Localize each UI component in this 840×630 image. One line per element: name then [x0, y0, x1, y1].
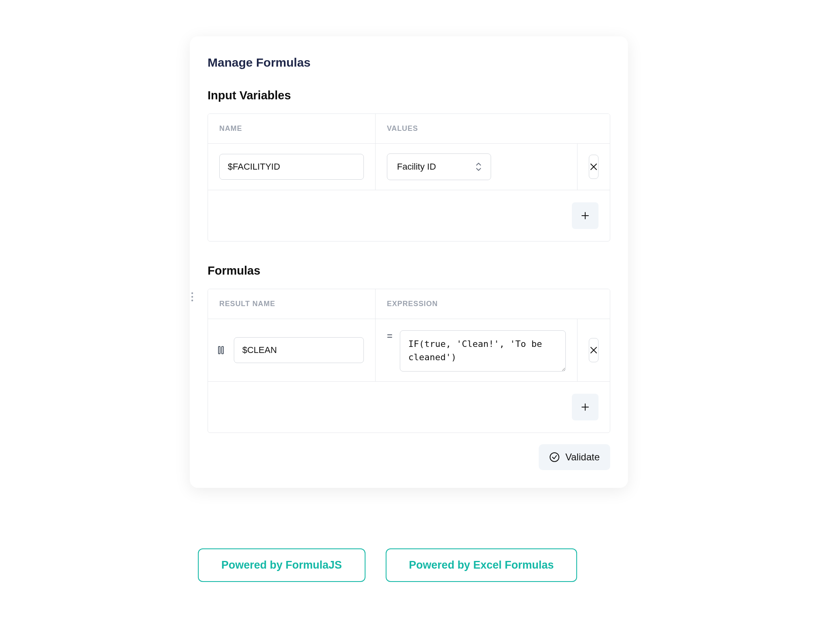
- formulas-table: RESULT NAME EXPRESSION =: [208, 289, 610, 433]
- value-select[interactable]: Facility ID: [387, 153, 491, 180]
- column-header-expression: EXPRESSION: [376, 289, 610, 319]
- add-variable-button[interactable]: [572, 202, 598, 229]
- column-header-values: VALUES: [376, 114, 610, 143]
- cell-row-actions: [578, 319, 610, 381]
- cell-row-actions: [578, 144, 610, 190]
- table-header-row: RESULT NAME EXPRESSION: [208, 289, 610, 319]
- formulajs-link[interactable]: Powered by FormulaJS: [198, 548, 365, 582]
- table-header-row: NAME VALUES: [208, 114, 610, 144]
- card-drag-handle[interactable]: [190, 292, 195, 302]
- drag-handle-icon: [217, 345, 225, 355]
- section-input-variables-title: Input Variables: [208, 89, 610, 102]
- manage-formulas-card: Manage Formulas Input Variables NAME VAL…: [190, 36, 628, 488]
- plus-icon: [580, 402, 590, 412]
- validate-label: Validate: [565, 452, 600, 463]
- expression-input[interactable]: [400, 330, 566, 372]
- remove-formula-button[interactable]: [589, 338, 598, 362]
- validate-button[interactable]: Validate: [539, 444, 610, 470]
- table-row: Facility ID: [208, 144, 610, 190]
- variable-name-input[interactable]: [219, 154, 364, 180]
- cell-expression: =: [376, 319, 578, 381]
- value-select-display[interactable]: Facility ID: [387, 153, 491, 180]
- close-icon: [589, 346, 598, 355]
- equals-sign: =: [387, 330, 393, 342]
- vertical-dots-icon: [190, 292, 195, 302]
- section-formulas-title: Formulas: [208, 264, 610, 277]
- close-icon: [589, 162, 598, 171]
- input-variables-table: NAME VALUES Facility ID: [208, 113, 610, 242]
- card-title: Manage Formulas: [208, 56, 610, 69]
- column-header-result-name: RESULT NAME: [208, 289, 376, 319]
- excel-formulas-link[interactable]: Powered by Excel Formulas: [386, 548, 578, 582]
- svg-rect-4: [218, 346, 220, 354]
- remove-row-button[interactable]: [589, 155, 598, 179]
- table-footer-row: [208, 382, 610, 433]
- table-footer-row: [208, 190, 610, 241]
- validate-row: Validate: [208, 444, 610, 470]
- drag-handle[interactable]: [216, 345, 226, 355]
- svg-rect-5: [222, 346, 223, 354]
- check-circle-icon: [549, 452, 560, 462]
- column-header-name: NAME: [208, 114, 376, 143]
- svg-point-12: [191, 296, 193, 298]
- cell-variable-name: [208, 144, 376, 190]
- svg-point-11: [191, 292, 193, 294]
- add-formula-button[interactable]: [572, 394, 598, 420]
- table-row: =: [208, 319, 610, 382]
- cell-result-name: [208, 319, 376, 381]
- result-name-input[interactable]: [234, 337, 364, 363]
- svg-point-13: [191, 300, 193, 301]
- footer-links: Powered by FormulaJS Powered by Excel Fo…: [198, 548, 577, 582]
- cell-variable-value: Facility ID: [376, 144, 578, 190]
- svg-point-10: [550, 453, 559, 462]
- plus-icon: [580, 211, 590, 220]
